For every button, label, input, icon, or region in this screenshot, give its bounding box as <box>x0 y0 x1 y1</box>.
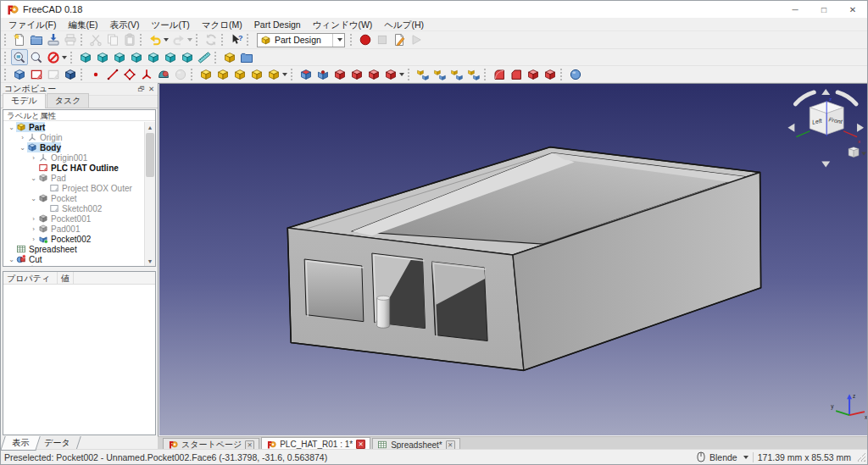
toolbar-grip[interactable] <box>350 34 354 46</box>
dropdown-caret-icon[interactable] <box>399 73 404 76</box>
toolbar-grip[interactable] <box>4 52 8 64</box>
subtractive-primitive-button[interactable] <box>382 66 406 82</box>
create-group-button[interactable] <box>238 49 255 65</box>
additive-loft-button[interactable] <box>231 66 248 82</box>
toolbar-grip[interactable] <box>560 69 565 80</box>
menu-item-3[interactable]: 表示(V) <box>103 18 145 31</box>
revolution-button[interactable] <box>214 66 231 82</box>
multitransform-button[interactable]: path d="M2.5 5.2L8 2.6l5.5 2.6L8 7.8z" f… <box>465 66 482 82</box>
tree-expander-icon[interactable]: › <box>29 154 38 162</box>
dropdown-caret-icon[interactable] <box>282 73 287 76</box>
view-right-button[interactable] <box>128 49 145 65</box>
tree-expander-icon[interactable]: › <box>18 134 27 141</box>
combo-tab-tasks[interactable]: タスク <box>47 93 90 108</box>
toolbar-grip[interactable] <box>408 69 412 80</box>
menu-item-8[interactable]: ヘルプ(H) <box>378 18 430 31</box>
maximize-button[interactable]: □ <box>810 1 838 18</box>
toolbar-grip[interactable] <box>221 34 225 46</box>
fillet-button[interactable] <box>491 66 508 82</box>
boolean-operation-button[interactable] <box>567 66 584 82</box>
pad-button[interactable] <box>198 66 214 82</box>
tree-scrollbar[interactable]: ▲ ▼ <box>144 122 155 266</box>
polar-pattern-button[interactable]: path d="M2.5 5.2L8 2.6l5.5 2.6L8 7.8z" f… <box>448 66 465 82</box>
tree-item-spreadsheet[interactable]: Spreadsheet <box>3 244 144 254</box>
toolbar-grip[interactable] <box>247 34 251 46</box>
clone-button[interactable] <box>172 66 189 82</box>
groove-button[interactable] <box>331 66 348 82</box>
new-document-button[interactable] <box>11 32 28 48</box>
tree-item-body[interactable]: ⌄Body <box>3 142 144 152</box>
paste-button[interactable] <box>121 32 138 48</box>
tree-expander-icon[interactable]: › <box>29 215 38 223</box>
dock-close-icon[interactable]: ✕ <box>148 85 154 93</box>
tree-item-project-box-outer[interactable]: Project BOX Outer <box>3 183 144 193</box>
create-part-button[interactable] <box>221 49 238 65</box>
toolbar-grip[interactable] <box>484 69 488 80</box>
additive-pipe-button[interactable] <box>248 66 265 82</box>
scroll-up-icon[interactable]: ▲ <box>145 122 155 132</box>
close-button[interactable]: ✕ <box>838 1 867 18</box>
toolbar-grip[interactable] <box>4 69 8 80</box>
tree-item-plc-hat-outline[interactable]: PLC HAT Outline <box>3 163 144 173</box>
scroll-down-icon[interactable]: ▼ <box>145 256 155 266</box>
create-sketch-button[interactable] <box>28 66 45 82</box>
tree-expander-icon[interactable]: › <box>29 235 38 243</box>
workbench-caret-icon[interactable] <box>332 34 344 47</box>
toolbar-grip[interactable] <box>4 34 8 46</box>
create-line-button[interactable] <box>104 66 121 82</box>
undo-button[interactable] <box>147 32 170 48</box>
tree-item-pocket001[interactable]: ›Pocket001 <box>3 213 144 224</box>
tab-close-icon[interactable]: ✕ <box>446 440 455 450</box>
view-rear-button[interactable] <box>145 49 162 65</box>
map-sketch-button[interactable] <box>45 66 62 82</box>
view-bottom-button[interactable] <box>162 49 179 65</box>
tree-item-pad001[interactable]: ›Pad001 <box>3 224 144 234</box>
resize-grip[interactable] <box>857 453 865 462</box>
tree-item-cut[interactable]: ⌄Cut <box>3 254 144 264</box>
model-window-2[interactable] <box>372 253 426 329</box>
tree-expander-icon[interactable]: › <box>29 225 38 233</box>
macro-play-button[interactable] <box>408 32 425 48</box>
menu-item-6[interactable]: Part Design <box>248 18 307 31</box>
create-body-button[interactable] <box>11 66 28 82</box>
menu-item-7[interactable]: ウィンドウ(W) <box>307 18 379 31</box>
3d-viewport[interactable]: Left Front z x z <box>158 83 868 436</box>
model-cylinder[interactable] <box>377 296 390 328</box>
refresh-button[interactable] <box>203 32 220 48</box>
property-tab-view[interactable]: 表示 <box>0 436 41 451</box>
edit-sketch-button[interactable] <box>62 66 79 82</box>
combo-tab-model[interactable]: モデル <box>3 93 46 108</box>
thickness-button[interactable] <box>542 66 559 82</box>
open-document-button[interactable] <box>28 32 45 48</box>
cut-button[interactable] <box>87 32 104 48</box>
shape-binder-button[interactable] <box>155 66 172 82</box>
tree-item-pocket002[interactable]: ›path d="M2.5 5.2L8 2.6l5.5 2.6L8 7.8z" … <box>3 234 144 244</box>
tree-item-pad[interactable]: ⌄Pad <box>3 173 144 183</box>
additive-primitive-button[interactable] <box>265 66 289 82</box>
tab-close-icon[interactable]: ✕ <box>356 440 365 449</box>
tree-expander-icon[interactable]: ⌄ <box>7 256 16 263</box>
print-button[interactable] <box>62 32 79 48</box>
hole-button[interactable]: path d="M2.5 5.2L8 2.6l5.5 2.6L8 7.8z" f… <box>314 66 331 82</box>
pocket-button[interactable] <box>298 66 314 82</box>
menu-item-2[interactable]: 編集(E) <box>62 18 103 31</box>
macro-stop-button[interactable] <box>374 32 391 48</box>
fit-selection-button[interactable] <box>28 49 45 65</box>
subtractive-pipe-button[interactable] <box>365 66 382 82</box>
measure-distance-button[interactable] <box>196 49 213 65</box>
linear-pattern-button[interactable]: path d="M2.5 5.2L8 2.6l5.5 2.6L8 7.8z" f… <box>431 66 448 82</box>
view-left-button[interactable] <box>179 49 196 65</box>
create-polygon-button[interactable] <box>121 66 138 82</box>
toolbar-grip[interactable] <box>70 52 75 64</box>
scroll-thumb[interactable] <box>146 133 154 177</box>
tree-expander-icon[interactable]: ⌄ <box>18 144 27 152</box>
tree-item-pocket[interactable]: ⌄Pocket <box>3 193 144 203</box>
macro-edit-button[interactable] <box>391 32 408 48</box>
dropdown-caret-icon[interactable] <box>164 38 169 42</box>
toolbar-grip[interactable] <box>81 34 85 46</box>
toolbar-grip[interactable] <box>214 52 219 64</box>
nav-style-caret-icon[interactable] <box>743 456 748 459</box>
nav-style-selector[interactable]: Blende <box>709 452 737 462</box>
tree-expander-icon[interactable]: ⌄ <box>7 124 16 131</box>
workbench-selector[interactable]: Part Design <box>257 33 345 47</box>
